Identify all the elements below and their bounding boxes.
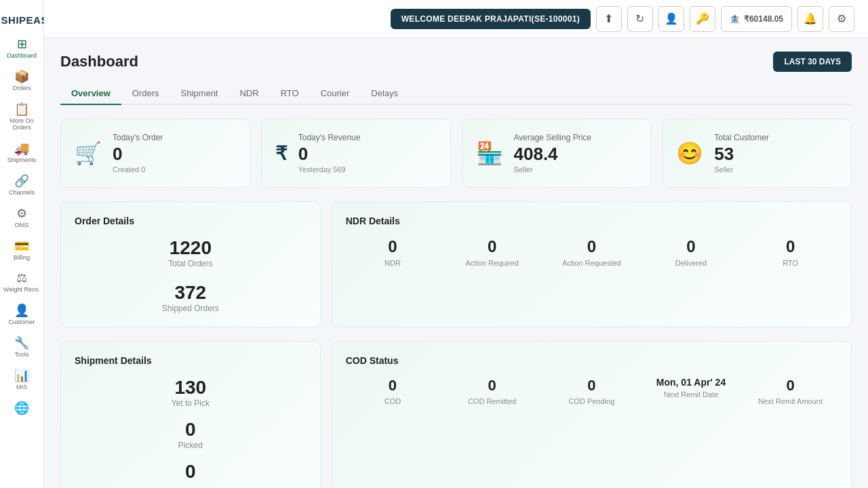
ndr-stat-action-requested: 0 Action Requested [545, 237, 639, 267]
cod-stat-next-remit-amount: 0 Next Remit Amount [743, 377, 837, 405]
refresh-icon: ↻ [635, 12, 644, 25]
tab-delays[interactable]: Delays [360, 83, 409, 105]
top-header: WELCOME DEEPAK PRAJAPATI(SE-100001) ⬆ ↻ … [44, 0, 868, 38]
total-customer-value: 53 [714, 145, 769, 163]
order-details-title: Order Details [75, 216, 307, 226]
ndr-details-card: NDR Details 0 NDR 0 Action Required 0 Ac [332, 201, 852, 327]
action-requested-value: 0 [545, 237, 639, 256]
next-remit-date-label: Next Remit Date [644, 390, 738, 399]
third-shipment-value: 0 [75, 461, 307, 483]
cod-label: COD [346, 397, 440, 405]
ndr-stat-action-required: 0 Action Required [445, 237, 539, 267]
action-requested-label: Action Requested [545, 259, 639, 267]
rto-value: 0 [743, 237, 837, 256]
sidebar-label-oms: OMS [15, 222, 29, 229]
more-orders-icon: 📋 [14, 103, 29, 115]
sidebar-label-shipments: Shipments [7, 157, 37, 164]
wallet-amount: ₹60148.05 [744, 14, 783, 24]
picked-value: 0 [75, 419, 307, 441]
shipment-details-title: Shipment Details [75, 355, 307, 366]
key-icon: 🔑 [696, 12, 709, 25]
key-button[interactable]: 🔑 [690, 6, 715, 32]
next-remit-date-value: Mon, 01 Apr' 24 [644, 377, 738, 388]
yet-to-pick-value: 130 [75, 377, 307, 399]
shipped-orders-label: Shipped Orders [75, 304, 307, 313]
upload-button[interactable]: ⬆ [596, 6, 622, 32]
tab-orders[interactable]: Orders [121, 83, 170, 105]
shipped-orders-stat: 372 Shipped Orders [75, 282, 307, 313]
third-row: Shipment Details 130 Yet to Pick 0 Picke… [60, 341, 852, 488]
orders-icon: 📦 [14, 70, 29, 83]
sidebar-label-more-orders: More On Orders [3, 117, 41, 132]
dashboard-header: Dashboard LAST 30 DAYS [60, 52, 852, 72]
sidebar-label-tools: Tools [14, 351, 28, 359]
tab-ndr[interactable]: NDR [229, 83, 269, 105]
tab-rto[interactable]: RTO [270, 83, 310, 105]
sidebar-item-billing[interactable]: 💳 Billing [0, 235, 43, 267]
total-customer-card: 😊 Total Customer 53 Seller [662, 119, 852, 188]
sidebar-item-shipments[interactable]: 🚚 Shipments [0, 137, 43, 169]
oms-icon: ⚙ [16, 207, 27, 220]
ndr-stat-ndr: 0 NDR [346, 237, 440, 267]
todays-order-icon: 🛒 [75, 140, 102, 166]
total-orders-label: Total Orders [75, 259, 307, 268]
second-row: Order Details 1220 Total Orders 372 Ship… [60, 201, 852, 327]
cod-grid: 0 COD 0 COD Remitted 0 COD Pending Mon [346, 377, 837, 405]
sidebar-item-customer[interactable]: 👤 Customer [0, 299, 43, 331]
sidebar-item-weight[interactable]: ⚖ Weight Reco. [0, 266, 43, 299]
sidebar-item-more-orders[interactable]: 📋 More On Orders [0, 98, 43, 138]
yet-to-pick-label: Yet to Pick [75, 399, 307, 408]
action-required-value: 0 [445, 237, 539, 256]
bell-button[interactable]: 🔔 [797, 6, 823, 32]
refresh-button[interactable]: ↻ [627, 6, 653, 32]
cod-remitted-value: 0 [445, 377, 539, 394]
total-orders-stat: 1220 Total Orders [75, 237, 307, 268]
ndr-value: 0 [346, 237, 440, 256]
sidebar: ✦ SHIPEASE ⊞ Dashboard 📦 Orders 📋 More O… [0, 0, 44, 488]
sidebar-label-dashboard: Dashboard [7, 52, 37, 60]
sidebar-item-tools[interactable]: 🔧 Tools [0, 331, 43, 364]
user-icon: 👤 [665, 12, 678, 25]
total-customer-sub: Seller [714, 165, 769, 174]
stat-cards-row: 🛒 Today's Order 0 Created 0 ₹ Today's Re… [60, 119, 852, 188]
avg-price-value: 408.4 [514, 145, 592, 163]
cod-pending-value: 0 [545, 377, 639, 394]
settings-button[interactable]: ⚙ [829, 6, 854, 32]
wallet-button[interactable]: 🏦 ₹60148.05 [721, 6, 792, 32]
delivered-value: 0 [644, 237, 738, 256]
yet-to-pick-stat: 130 Yet to Pick [75, 377, 307, 408]
sidebar-item-mis[interactable]: 📊 MIS [0, 364, 43, 396]
todays-order-card: 🛒 Today's Order 0 Created 0 [60, 119, 250, 188]
customer-icon: 👤 [14, 304, 29, 317]
delivered-label: Delivered [644, 259, 738, 267]
sidebar-label-billing: Billing [14, 254, 30, 262]
user-button[interactable]: 👤 [658, 6, 684, 32]
sidebar-label-channels: Channels [9, 189, 35, 197]
sidebar-item-globe[interactable]: 🌐 [0, 396, 43, 420]
order-details-card: Order Details 1220 Total Orders 372 Ship… [60, 201, 321, 327]
next-remit-amount-value: 0 [743, 377, 837, 394]
avg-price-icon: 🏪 [476, 140, 503, 166]
sidebar-label-weight: Weight Reco. [3, 286, 40, 293]
sidebar-item-oms[interactable]: ⚙ OMS [0, 202, 43, 235]
todays-order-sub: Created 0 [113, 165, 163, 174]
tab-overview[interactable]: Overview [60, 83, 121, 105]
upload-icon: ⬆ [604, 12, 613, 25]
last-days-button[interactable]: LAST 30 DAYS [773, 52, 852, 72]
customer-smile-icon: 😊 [676, 140, 703, 166]
ndr-stat-rto: 0 RTO [743, 237, 837, 267]
todays-revenue-label: Today's Revenue [298, 133, 361, 142]
sidebar-item-orders[interactable]: 📦 Orders [0, 65, 43, 98]
tab-courier[interactable]: Courier [310, 83, 361, 105]
sidebar-label-mis: MIS [16, 384, 27, 391]
sidebar-item-channels[interactable]: 🔗 Channels [0, 169, 43, 202]
main-content: WELCOME DEEPAK PRAJAPATI(SE-100001) ⬆ ↻ … [44, 0, 868, 488]
cod-stat-next-remit-date: Mon, 01 Apr' 24 Next Remit Date [644, 377, 738, 405]
weight-icon: ⚖ [16, 272, 27, 284]
shipped-orders-value: 372 [75, 282, 307, 304]
sidebar-item-dashboard[interactable]: ⊞ Dashboard [0, 33, 43, 65]
cod-stat-pending: 0 COD Pending [545, 377, 639, 405]
tab-shipment[interactable]: Shipment [170, 83, 229, 105]
ndr-details-title: NDR Details [346, 216, 837, 226]
page-content: Dashboard LAST 30 DAYS Overview Orders S… [44, 38, 868, 488]
